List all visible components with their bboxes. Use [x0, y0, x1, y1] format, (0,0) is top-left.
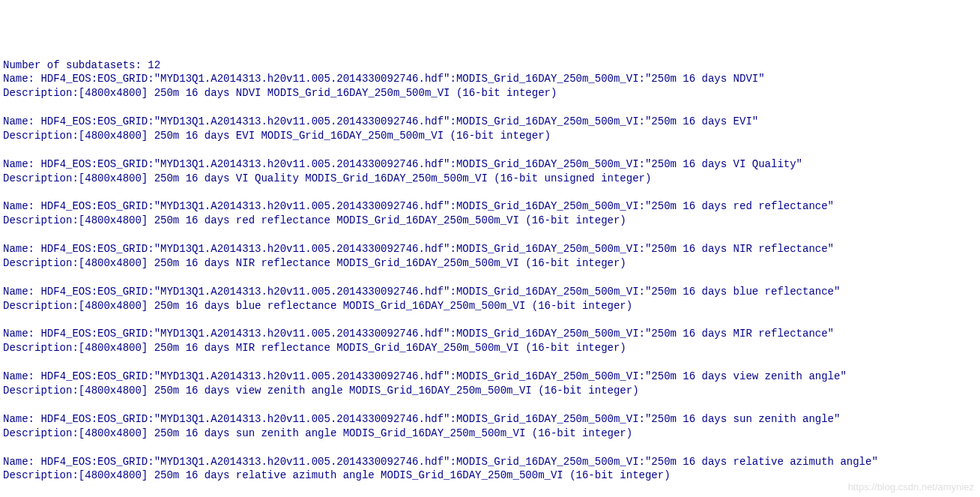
count-label: Number of subdatasets:: [3, 59, 148, 71]
name-label: Name:: [3, 115, 40, 127]
name-path: HDF4_EOS:EOS_GRID:"MYD13Q1.A2014313.h20v…: [40, 328, 834, 340]
subdataset-list: Name: HDF4_EOS:EOS_GRID:"MYD13Q1.A201431…: [3, 72, 977, 497]
desc-value: [4800x4800] 250m 16 days NDVI MODIS_Grid…: [79, 87, 557, 99]
subdataset-name-line: Name: HDF4_EOS:EOS_GRID:"MYD13Q1.A201431…: [3, 370, 977, 384]
name-label: Name:: [3, 370, 40, 382]
subdataset-name-line: Name: HDF4_EOS:EOS_GRID:"MYD13Q1.A201431…: [3, 455, 977, 469]
subdataset-desc-line: Description:[4800x4800] 250m 16 days NDV…: [3, 86, 977, 100]
blank-line: [3, 100, 977, 115]
desc-label: Description:: [3, 300, 79, 312]
desc-label: Description:: [3, 214, 79, 226]
blank-line: [3, 271, 977, 285]
subdataset-desc-line: Description:[4800x4800] 250m 16 days rel…: [3, 469, 977, 483]
desc-value: [4800x4800] 250m 16 days NIR reflectance…: [79, 257, 626, 269]
subdataset-desc-line: Description:[4800x4800] 250m 16 days VI …: [3, 172, 977, 186]
subdataset-name-line: Name: HDF4_EOS:EOS_GRID:"MYD13Q1.A201431…: [3, 285, 977, 299]
desc-value: [4800x4800] 250m 16 days VI Quality MODI…: [79, 172, 652, 184]
subdataset-name-line: Name: HDF4_EOS:EOS_GRID:"MYD13Q1.A201431…: [3, 115, 977, 129]
desc-value: [4800x4800] 250m 16 days relative azimut…: [79, 469, 671, 481]
blank-line: [3, 483, 977, 497]
name-path: HDF4_EOS:EOS_GRID:"MYD13Q1.A2014313.h20v…: [40, 413, 840, 425]
subdataset-desc-line: Description:[4800x4800] 250m 16 days EVI…: [3, 129, 977, 143]
subdataset-desc-line: Description:[4800x4800] 250m 16 days NIR…: [3, 256, 977, 271]
subdataset-desc-line: Description:[4800x4800] 250m 16 days vie…: [3, 384, 977, 398]
name-label: Name:: [3, 158, 40, 170]
subdataset-count-line: Number of subdatasets: 12: [3, 58, 977, 73]
name-path: HDF4_EOS:EOS_GRID:"MYD13Q1.A2014313.h20v…: [40, 243, 834, 255]
name-label: Name:: [3, 200, 40, 212]
subdataset-desc-line: Description:[4800x4800] 250m 16 days MIR…: [3, 341, 977, 355]
subdataset-name-line: Name: HDF4_EOS:EOS_GRID:"MYD13Q1.A201431…: [3, 327, 977, 341]
count-value: 12: [148, 59, 160, 71]
blank-line: [3, 313, 977, 328]
desc-value: [4800x4800] 250m 16 days red reflectance…: [79, 214, 626, 226]
desc-label: Description:: [3, 342, 79, 354]
desc-value: [4800x4800] 250m 16 days MIR reflectance…: [79, 342, 626, 354]
desc-label: Description:: [3, 87, 79, 99]
subdataset-desc-line: Description:[4800x4800] 250m 16 days sun…: [3, 427, 977, 441]
subdataset-name-line: Name: HDF4_EOS:EOS_GRID:"MYD13Q1.A201431…: [3, 72, 977, 86]
desc-label: Description:: [3, 427, 79, 439]
name-path: HDF4_EOS:EOS_GRID:"MYD13Q1.A2014313.h20v…: [40, 115, 758, 127]
desc-value: [4800x4800] 250m 16 days EVI MODIS_Grid_…: [79, 130, 551, 142]
subdataset-name-line: Name: HDF4_EOS:EOS_GRID:"MYD13Q1.A201431…: [3, 242, 977, 256]
blank-line: [3, 355, 977, 370]
desc-value: [4800x4800] 250m 16 days blue reflectanc…: [79, 300, 632, 312]
name-label: Name:: [3, 328, 40, 340]
desc-value: [4800x4800] 250m 16 days view zenith ang…: [79, 385, 639, 397]
subdataset-name-line: Name: HDF4_EOS:EOS_GRID:"MYD13Q1.A201431…: [3, 157, 977, 172]
name-label: Name:: [3, 243, 40, 255]
name-label: Name:: [3, 286, 40, 298]
name-path: HDF4_EOS:EOS_GRID:"MYD13Q1.A2014313.h20v…: [40, 158, 802, 170]
name-path: HDF4_EOS:EOS_GRID:"MYD13Q1.A2014313.h20v…: [40, 286, 840, 298]
blank-line: [3, 398, 977, 412]
subdataset-desc-line: Description:[4800x4800] 250m 16 days red…: [3, 214, 977, 228]
subdataset-name-line: Name: HDF4_EOS:EOS_GRID:"MYD13Q1.A201431…: [3, 199, 977, 214]
name-path: HDF4_EOS:EOS_GRID:"MYD13Q1.A2014313.h20v…: [40, 73, 764, 85]
desc-label: Description:: [3, 130, 79, 142]
desc-label: Description:: [3, 469, 79, 481]
blank-line: [3, 186, 977, 200]
name-label: Name:: [3, 456, 40, 468]
watermark-text: https://blog.csdn.net/amyniez: [848, 481, 974, 494]
name-path: HDF4_EOS:EOS_GRID:"MYD13Q1.A2014313.h20v…: [40, 456, 877, 468]
blank-line: [3, 143, 977, 157]
desc-label: Description:: [3, 257, 79, 269]
name-path: HDF4_EOS:EOS_GRID:"MYD13Q1.A2014313.h20v…: [40, 370, 846, 382]
blank-line: [3, 441, 977, 455]
subdataset-desc-line: Description:[4800x4800] 250m 16 days blu…: [3, 299, 977, 313]
desc-label: Description:: [3, 172, 79, 184]
subdataset-name-line: Name: HDF4_EOS:EOS_GRID:"MYD13Q1.A201431…: [3, 412, 977, 427]
blank-line: [3, 228, 977, 242]
desc-value: [4800x4800] 250m 16 days sun zenith angl…: [79, 427, 632, 439]
name-label: Name:: [3, 413, 40, 425]
name-label: Name:: [3, 73, 40, 85]
name-path: HDF4_EOS:EOS_GRID:"MYD13Q1.A2014313.h20v…: [40, 200, 834, 212]
desc-label: Description:: [3, 385, 79, 397]
